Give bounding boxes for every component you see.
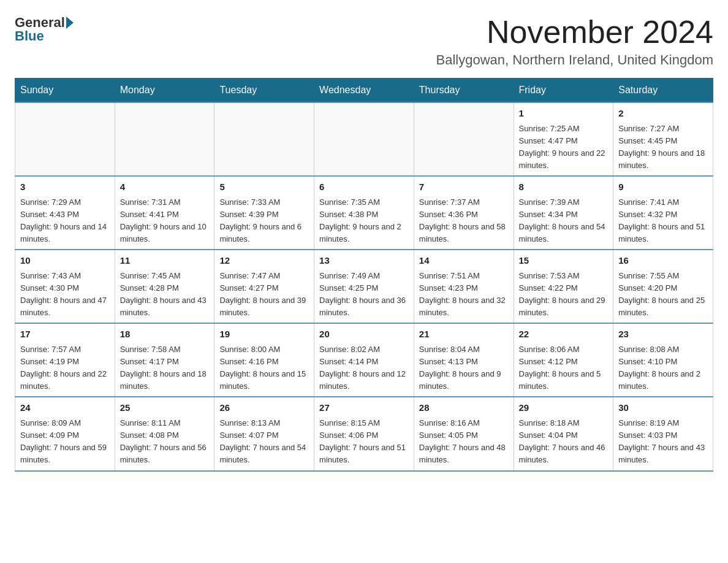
day-info: Sunrise: 7:37 AMSunset: 4:36 PMDaylight:… [419, 196, 509, 246]
calendar-cell: 26Sunrise: 8:13 AMSunset: 4:07 PMDayligh… [214, 397, 314, 470]
calendar-cell: 12Sunrise: 7:47 AMSunset: 4:27 PMDayligh… [214, 250, 314, 323]
calendar-week-row: 24Sunrise: 8:09 AMSunset: 4:09 PMDayligh… [15, 397, 713, 470]
calendar-cell: 21Sunrise: 8:04 AMSunset: 4:13 PMDayligh… [414, 323, 514, 397]
day-info: Sunrise: 7:33 AMSunset: 4:39 PMDaylight:… [219, 196, 309, 246]
day-number: 13 [319, 254, 409, 268]
day-info: Sunrise: 7:47 AMSunset: 4:27 PMDaylight:… [219, 270, 309, 320]
day-info: Sunrise: 8:19 AMSunset: 4:03 PMDaylight:… [618, 417, 708, 467]
day-number: 9 [618, 180, 708, 194]
calendar-week-row: 17Sunrise: 7:57 AMSunset: 4:19 PMDayligh… [15, 323, 713, 397]
calendar-cell: 23Sunrise: 8:08 AMSunset: 4:10 PMDayligh… [613, 323, 713, 397]
calendar-cell: 25Sunrise: 8:11 AMSunset: 4:08 PMDayligh… [115, 397, 214, 470]
calendar-header-row: SundayMondayTuesdayWednesdayThursdayFrid… [15, 79, 713, 103]
day-number: 23 [618, 327, 708, 342]
day-info: Sunrise: 7:43 AMSunset: 4:30 PMDaylight:… [20, 270, 110, 320]
calendar-cell: 28Sunrise: 8:16 AMSunset: 4:05 PMDayligh… [414, 397, 514, 470]
day-number: 24 [20, 401, 110, 415]
weekday-header-friday: Friday [514, 79, 613, 103]
day-number: 26 [219, 401, 309, 415]
day-number: 7 [419, 180, 509, 194]
weekday-header-monday: Monday [115, 79, 214, 103]
calendar-cell: 20Sunrise: 8:02 AMSunset: 4:14 PMDayligh… [314, 323, 414, 397]
calendar-cell: 3Sunrise: 7:29 AMSunset: 4:43 PMDaylight… [15, 176, 115, 250]
day-info: Sunrise: 8:08 AMSunset: 4:10 PMDaylight:… [618, 343, 708, 393]
calendar-cell: 13Sunrise: 7:49 AMSunset: 4:25 PMDayligh… [314, 250, 414, 323]
calendar-cell: 22Sunrise: 8:06 AMSunset: 4:12 PMDayligh… [514, 323, 613, 397]
day-info: Sunrise: 7:31 AMSunset: 4:41 PMDaylight:… [120, 196, 210, 246]
calendar-cell: 19Sunrise: 8:00 AMSunset: 4:16 PMDayligh… [214, 323, 314, 397]
day-number: 2 [618, 107, 708, 121]
calendar-cell: 6Sunrise: 7:35 AMSunset: 4:38 PMDaylight… [314, 176, 414, 250]
day-info: Sunrise: 7:55 AMSunset: 4:20 PMDaylight:… [618, 270, 708, 320]
location-subtitle: Ballygowan, Northern Ireland, United Kin… [436, 52, 713, 68]
weekday-header-thursday: Thursday [414, 79, 514, 103]
calendar-cell: 16Sunrise: 7:55 AMSunset: 4:20 PMDayligh… [613, 250, 713, 323]
day-info: Sunrise: 8:18 AMSunset: 4:04 PMDaylight:… [519, 417, 609, 467]
calendar-cell: 27Sunrise: 8:15 AMSunset: 4:06 PMDayligh… [314, 397, 414, 470]
day-number: 11 [120, 254, 210, 268]
day-info: Sunrise: 8:04 AMSunset: 4:13 PMDaylight:… [419, 343, 509, 393]
day-info: Sunrise: 8:15 AMSunset: 4:06 PMDaylight:… [319, 417, 409, 467]
day-number: 21 [419, 327, 509, 342]
calendar-cell: 1Sunrise: 7:25 AMSunset: 4:47 PMDaylight… [514, 102, 613, 176]
day-number: 5 [219, 180, 309, 194]
logo-arrow-icon [66, 17, 74, 29]
day-number: 10 [20, 254, 110, 268]
day-number: 18 [120, 327, 210, 342]
calendar-cell: 9Sunrise: 7:41 AMSunset: 4:32 PMDaylight… [613, 176, 713, 250]
calendar-cell [314, 102, 414, 176]
calendar-cell: 15Sunrise: 7:53 AMSunset: 4:22 PMDayligh… [514, 250, 613, 323]
calendar-cell [15, 102, 115, 176]
calendar-cell [115, 102, 214, 176]
day-info: Sunrise: 7:35 AMSunset: 4:38 PMDaylight:… [319, 196, 409, 246]
calendar-cell: 14Sunrise: 7:51 AMSunset: 4:23 PMDayligh… [414, 250, 514, 323]
day-info: Sunrise: 8:16 AMSunset: 4:05 PMDaylight:… [419, 417, 509, 467]
month-year-title: November 2024 [436, 15, 713, 50]
calendar-table: SundayMondayTuesdayWednesdayThursdayFrid… [15, 78, 713, 471]
logo-blue-text: Blue [15, 28, 44, 44]
weekday-header-sunday: Sunday [15, 79, 115, 103]
calendar-week-row: 1Sunrise: 7:25 AMSunset: 4:47 PMDaylight… [15, 102, 713, 176]
day-number: 30 [618, 401, 708, 415]
day-number: 14 [419, 254, 509, 268]
day-info: Sunrise: 7:51 AMSunset: 4:23 PMDaylight:… [419, 270, 509, 320]
weekday-header-wednesday: Wednesday [314, 79, 414, 103]
day-info: Sunrise: 7:58 AMSunset: 4:17 PMDaylight:… [120, 343, 210, 393]
day-number: 12 [219, 254, 309, 268]
calendar-cell: 2Sunrise: 7:27 AMSunset: 4:45 PMDaylight… [613, 102, 713, 176]
day-info: Sunrise: 8:11 AMSunset: 4:08 PMDaylight:… [120, 417, 210, 467]
calendar-cell [214, 102, 314, 176]
day-info: Sunrise: 7:27 AMSunset: 4:45 PMDaylight:… [618, 123, 708, 172]
day-number: 1 [519, 107, 609, 121]
day-number: 6 [319, 180, 409, 194]
weekday-header-saturday: Saturday [613, 79, 713, 103]
calendar-cell [414, 102, 514, 176]
logo: General Blue [15, 15, 74, 44]
day-number: 17 [20, 327, 110, 342]
calendar-cell: 17Sunrise: 7:57 AMSunset: 4:19 PMDayligh… [15, 323, 115, 397]
day-number: 27 [319, 401, 409, 415]
day-number: 15 [519, 254, 609, 268]
day-number: 16 [618, 254, 708, 268]
calendar-cell: 11Sunrise: 7:45 AMSunset: 4:28 PMDayligh… [115, 250, 214, 323]
calendar-cell: 10Sunrise: 7:43 AMSunset: 4:30 PMDayligh… [15, 250, 115, 323]
day-info: Sunrise: 7:53 AMSunset: 4:22 PMDaylight:… [519, 270, 609, 320]
calendar-cell: 24Sunrise: 8:09 AMSunset: 4:09 PMDayligh… [15, 397, 115, 470]
day-info: Sunrise: 7:49 AMSunset: 4:25 PMDaylight:… [319, 270, 409, 320]
calendar-cell: 4Sunrise: 7:31 AMSunset: 4:41 PMDaylight… [115, 176, 214, 250]
title-section: November 2024 Ballygowan, Northern Irela… [436, 15, 713, 68]
day-number: 29 [519, 401, 609, 415]
day-number: 3 [20, 180, 110, 194]
day-number: 28 [419, 401, 509, 415]
day-info: Sunrise: 7:25 AMSunset: 4:47 PMDaylight:… [519, 123, 609, 172]
day-number: 20 [319, 327, 409, 342]
calendar-cell: 8Sunrise: 7:39 AMSunset: 4:34 PMDaylight… [514, 176, 613, 250]
day-number: 22 [519, 327, 609, 342]
day-info: Sunrise: 7:57 AMSunset: 4:19 PMDaylight:… [20, 343, 110, 393]
calendar-cell: 18Sunrise: 7:58 AMSunset: 4:17 PMDayligh… [115, 323, 214, 397]
calendar-cell: 5Sunrise: 7:33 AMSunset: 4:39 PMDaylight… [214, 176, 314, 250]
day-info: Sunrise: 7:29 AMSunset: 4:43 PMDaylight:… [20, 196, 110, 246]
calendar-week-row: 10Sunrise: 7:43 AMSunset: 4:30 PMDayligh… [15, 250, 713, 323]
day-number: 19 [219, 327, 309, 342]
calendar-week-row: 3Sunrise: 7:29 AMSunset: 4:43 PMDaylight… [15, 176, 713, 250]
